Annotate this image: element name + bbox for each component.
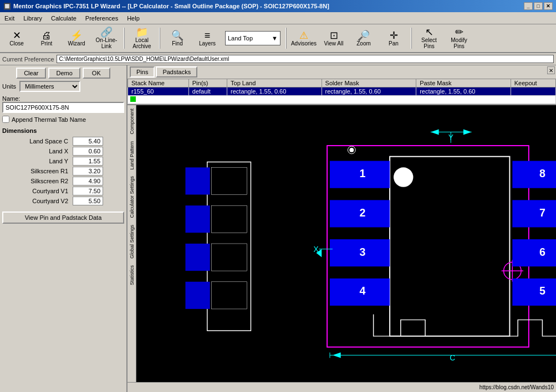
- wizard-icon: ⚡: [70, 30, 83, 40]
- svg-text:6: 6: [539, 246, 545, 258]
- units-select[interactable]: Millimeters Inches: [19, 81, 80, 92]
- local-archive-button[interactable]: 📁 Local Archive: [127, 25, 156, 51]
- cell-pins: default: [188, 87, 227, 96]
- menu-preferences[interactable]: Preferences: [81, 14, 123, 23]
- close-icon: ✕: [13, 30, 21, 40]
- svg-text:4: 4: [360, 285, 366, 297]
- modify-pins-button[interactable]: ✏ Modify Pins: [445, 25, 473, 51]
- name-input[interactable]: [2, 102, 124, 113]
- dim-value-land-y: 1.55: [73, 157, 103, 166]
- close-window-button[interactable]: ✕: [544, 2, 553, 10]
- menu-calculate[interactable]: Calculate: [47, 14, 81, 23]
- ok-button[interactable]: OK: [83, 68, 110, 79]
- maximize-button[interactable]: □: [534, 2, 543, 10]
- layers-icon: ≡: [205, 30, 211, 40]
- view-all-button[interactable]: ⊡ View All: [319, 25, 348, 51]
- dropdown-arrow-icon: ▼: [272, 35, 278, 42]
- side-tab-global-settings[interactable]: Global Settings: [128, 221, 136, 262]
- demo-button[interactable]: Demo: [48, 68, 80, 79]
- svg-rect-4: [185, 244, 210, 271]
- title-text: Mentor Graphics IPC-7351 LP Wizard -- [L…: [13, 3, 329, 9]
- land-top-dropdown[interactable]: Land Top ▼: [225, 31, 280, 45]
- dim-label-silkscreen-r2: Silkscreen R2: [2, 176, 72, 186]
- clear-button[interactable]: Clear: [16, 68, 46, 79]
- dim-row-courtyard-v2: Courtyard V2 5.50: [2, 196, 124, 206]
- toolbar-separator-4: [411, 28, 412, 49]
- cell-paste-mask: rectangle, 1.55, 0.60: [416, 87, 511, 96]
- advisories-icon: ⚠: [299, 30, 308, 40]
- schematic-canvas: 1 2 3 4 5 6: [136, 105, 556, 382]
- current-preference-bar: Current Preference C:\MentorGraphics\10.…: [0, 53, 556, 65]
- dim-value-silkscreen-r1: 3.20: [73, 167, 103, 176]
- side-tab-land-pattern[interactable]: Land Pattern: [128, 138, 136, 173]
- svg-text:5: 5: [539, 285, 545, 297]
- online-link-button[interactable]: 🔗 On-Line-Link: [92, 25, 121, 51]
- dim-label-courtyard-v2: Courtyard V2: [2, 196, 72, 206]
- cell-solder-mask: rectangle, 1.55, 0.60: [322, 87, 416, 96]
- dim-row-land-x: Land X 0.60: [2, 146, 124, 156]
- land-top-dropdown-container[interactable]: Land Top ▼: [223, 25, 283, 51]
- select-pins-icon: ↖: [425, 27, 433, 37]
- units-row: Units Millimeters Inches: [2, 81, 124, 92]
- menu-library[interactable]: Library: [19, 14, 47, 23]
- cell-keepout: [511, 87, 555, 96]
- minimize-button[interactable]: _: [524, 2, 533, 10]
- svg-text:3: 3: [360, 246, 366, 258]
- dim-label-courtyard-v1: Courtyard V1: [2, 186, 72, 196]
- print-icon: 🖨: [42, 30, 52, 40]
- menu-help[interactable]: Help: [123, 14, 144, 23]
- side-tabs: Component Land Pattern Calculator Settin…: [127, 105, 136, 382]
- app-icon: 🔲: [3, 3, 11, 10]
- side-tab-statistics[interactable]: Statistics: [128, 262, 136, 288]
- zoom-icon: 🔎: [358, 30, 370, 40]
- col-stack-name: Stack Name: [128, 79, 189, 87]
- dimensions-title: Dimensions: [2, 127, 124, 134]
- svg-text:7: 7: [539, 207, 545, 219]
- dim-row-land-space-c: Land Space C 5.40: [2, 136, 124, 146]
- window-controls[interactable]: _ □ ✕: [524, 2, 553, 10]
- right-area: Pins Padstacks ✕ Stack Name Pin(s) Top L…: [127, 65, 556, 392]
- append-thermal-checkbox[interactable]: [2, 116, 9, 123]
- table-row[interactable]: r155_60 default rectangle, 1.55, 0.60 re…: [128, 87, 556, 96]
- name-label: Name:: [2, 95, 124, 102]
- toolbar-separator-1: [124, 28, 125, 49]
- view-pin-padstack-button[interactable]: View Pin and Padstack Data: [2, 212, 124, 224]
- svg-rect-3: [185, 205, 210, 233]
- modify-pins-icon: ✏: [455, 27, 463, 37]
- dim-value-silkscreen-r2: 4.90: [73, 177, 103, 185]
- close-button[interactable]: ✕ Close: [2, 25, 31, 51]
- zoom-button[interactable]: 🔎 Zoom: [349, 25, 378, 51]
- svg-text:8: 8: [539, 167, 545, 179]
- wizard-button[interactable]: ⚡ Wizard: [62, 25, 91, 51]
- toolbar-separator-2: [159, 28, 160, 49]
- pan-button[interactable]: ✛ Pan: [379, 25, 408, 51]
- side-tab-calculator-settings[interactable]: Calculator Settings: [128, 173, 136, 221]
- col-keepout: Keepout: [511, 79, 555, 87]
- canvas-area: Component Land Pattern Calculator Settin…: [127, 105, 556, 382]
- local-archive-icon: 📁: [136, 27, 148, 37]
- table-row-green: [128, 96, 556, 104]
- select-pins-button[interactable]: ↖ Select Pins: [415, 25, 443, 51]
- layers-button[interactable]: ≡ Layers: [193, 25, 222, 51]
- advisories-button[interactable]: ⚠ Advisories: [289, 25, 318, 51]
- online-link-icon: 🔗: [100, 27, 113, 37]
- tab-pins[interactable]: Pins: [130, 66, 155, 78]
- print-button[interactable]: 🖨 Print: [32, 25, 61, 51]
- dim-row-courtyard-v1: Courtyard V1 7.50: [2, 186, 124, 196]
- action-buttons: Clear Demo OK: [2, 68, 124, 79]
- menu-exit[interactable]: Exit: [0, 14, 19, 23]
- tab-padstacks[interactable]: Padstacks: [156, 66, 197, 78]
- table-close-button[interactable]: ✕: [547, 66, 555, 74]
- dim-row-silkscreen-r1: Silkscreen R1 3.20: [2, 166, 124, 176]
- side-tab-component[interactable]: Component: [128, 105, 136, 138]
- pan-icon: ✛: [390, 30, 398, 40]
- status-bar: https://blog.csdn.net/Wands10: [127, 382, 556, 392]
- svg-point-47: [349, 148, 354, 152]
- cell-stack-name: r155_60: [128, 87, 189, 96]
- dim-row-silkscreen-r2: Silkscreen R2 4.90: [2, 176, 124, 186]
- tabs-row: Pins Padstacks: [127, 65, 556, 79]
- dim-label-land-x: Land X: [2, 146, 72, 156]
- svg-rect-30: [512, 161, 556, 188]
- name-section: Name:: [2, 94, 124, 113]
- find-button[interactable]: 🔍 Find: [163, 25, 192, 51]
